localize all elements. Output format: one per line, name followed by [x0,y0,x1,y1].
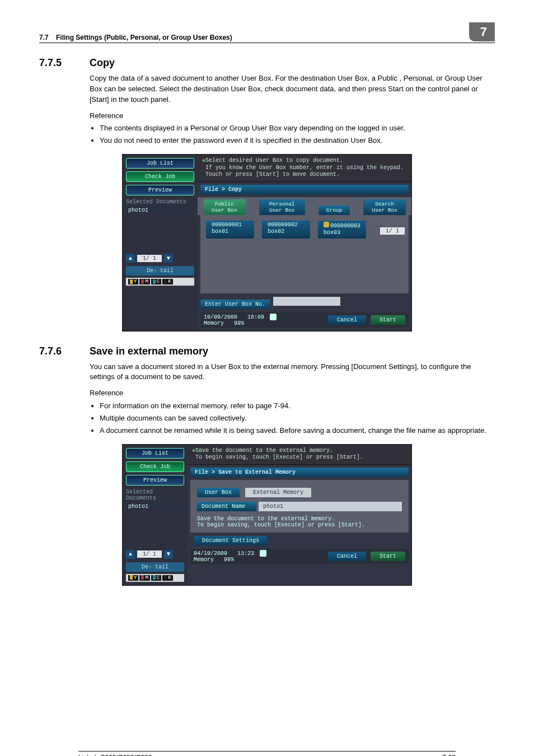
reference-list: For information on the external memory, … [90,401,495,436]
footer-memory-label: Memory [204,320,224,326]
pager-up-icon[interactable]: ▲ [126,254,135,263]
toner-m: M [139,575,149,581]
page-footer: bizhub C360/C280/C220 7-62 [78,751,456,756]
status-icon [260,550,266,557]
status-icon [270,314,277,320]
detail-button[interactable]: De- tail [126,266,194,276]
header-section-title: Filing Settings (Public, Personal, or Gr… [56,34,232,41]
reference-label: Reference [90,388,495,399]
tab-personal-user-box[interactable]: Personal User Box [259,199,305,215]
guidance-text: ◆Save the document to the external memor… [188,445,411,465]
start-button[interactable]: Start [371,315,405,325]
list-item: You do not need to enter the password ev… [100,136,495,146]
tab-external-memory[interactable]: External Memory [245,488,311,497]
enter-box-no-input[interactable] [273,297,340,306]
inline-guidance: Save the document to the external memory… [197,516,402,528]
job-list-button[interactable]: Job List [126,158,194,169]
list-item: For information on the external memory, … [100,401,495,412]
pager-down-icon[interactable]: ▼ [164,254,173,263]
footer-model: bizhub C360/C280/C220 [78,754,152,756]
section-number: 7.7.5 [39,57,90,69]
document-settings-button[interactable]: Document Settings [194,536,267,545]
check-job-button[interactable]: Check Job [126,461,184,472]
footer-time: 16:09 [247,314,264,320]
breadcrumb: File > Save to External Memory [190,468,409,477]
start-button[interactable]: Start [371,552,405,561]
document-name-value[interactable]: photo1 [259,502,402,511]
list-pager-indicator: 1/ 1 [380,227,405,235]
selected-documents-label: Selected Documents [126,199,194,205]
check-job-button[interactable]: Check Job [126,171,194,182]
toner-k: K [162,575,172,581]
document-name-label: Document Name [197,502,256,511]
list-item: The contents displayed in a Personal or … [100,123,495,134]
user-box-item[interactable]: 000000003 box03 [318,221,366,239]
touch-panel-save-external: Job List Check Job Preview Selected Docu… [122,444,412,586]
section-number: 7.7.6 [39,346,90,357]
footer-memory-pct: 99% [234,320,244,326]
tab-user-box[interactable]: User Box [197,488,240,497]
detail-button[interactable]: De- tail [126,562,184,572]
reference-label: Reference [90,111,495,122]
preview-button[interactable]: Preview [126,475,184,486]
toner-c: C [151,575,161,581]
footer-memory-pct: 99% [224,557,234,563]
preview-button[interactable]: Preview [126,185,194,195]
pager-indicator: 1/ 1 [137,550,162,558]
toner-levels: Y M C K [126,574,184,582]
pager-down-icon[interactable]: ▼ [164,550,173,559]
section-paragraph: Copy the data of a saved document to ano… [90,73,495,105]
toner-y: Y [128,279,138,284]
user-box-item[interactable]: 000000001box01 [206,221,254,239]
cancel-button[interactable]: Cancel [328,315,366,325]
guidance-text: ◆Select desired User Box to copy documen… [198,155,411,182]
selected-documents-label: Selected Documents [126,489,184,501]
touch-panel-copy: Job List Check Job Preview Selected Docu… [122,154,412,332]
footer-time: 13:23 [237,550,254,556]
toner-levels: Y M C K [126,278,194,286]
footer-date: 10/09/2008 [204,314,237,320]
list-item: A document cannot be renamed while it is… [100,426,495,436]
header-section-no: 7.7 [39,34,49,41]
page-header: 7.7 Filing Settings (Public, Personal, o… [39,22,495,43]
footer-date: 04/10/2009 [194,550,227,556]
footer-memory-label: Memory [194,557,214,563]
pager-up-icon[interactable]: ▲ [126,550,135,559]
pager-indicator: 1/ 1 [137,255,162,262]
section-paragraph: You can save a document stored in a User… [90,362,495,383]
selected-doc-name: photo1 [126,206,194,214]
toner-c: C [151,279,161,284]
enter-box-no-label: Enter User Box No. [200,300,270,309]
lock-icon [324,222,329,227]
breadcrumb: File > Copy [200,185,409,194]
job-list-button[interactable]: Job List [126,448,184,459]
toner-k: K [162,279,172,284]
toner-y: Y [128,575,138,581]
user-box-item[interactable]: 000000002box02 [262,221,310,239]
chapter-number-badge: 7 [469,22,495,41]
section-title: Save in external memory [90,346,208,357]
cancel-button[interactable]: Cancel [328,552,366,561]
section-title: Copy [90,57,115,69]
footer-pageno: 7-62 [442,754,456,756]
tab-group[interactable]: Group [318,206,350,215]
toner-m: M [139,279,149,284]
selected-doc-name: photo1 [126,502,184,511]
tab-public-user-box[interactable]: Public User Box [203,199,246,215]
list-item: Multiple documents can be saved collecti… [100,413,495,424]
tab-search-user-box[interactable]: Search User Box [363,199,406,215]
reference-list: The contents displayed in a Personal or … [90,123,495,146]
